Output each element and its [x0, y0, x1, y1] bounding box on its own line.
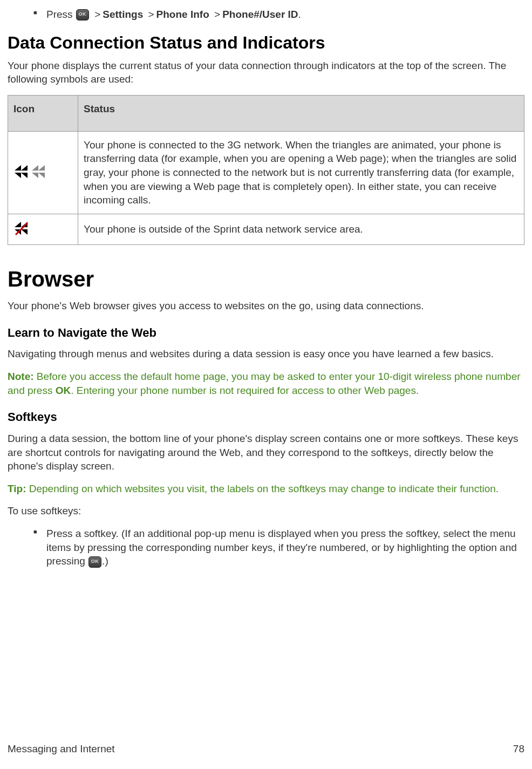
- table-row: Your phone is connected to the 3G networ…: [8, 131, 524, 214]
- table-row: Your phone is outside of the Sprint data…: [8, 214, 524, 244]
- signal-no-service-icon: [13, 221, 31, 238]
- status-table: Icon Status Your phone is connected to t…: [8, 95, 524, 245]
- para-learn-navigate: Navigating through menus and websites du…: [8, 347, 524, 361]
- status-cell-no-service: Your phone is outside of the Sprint data…: [78, 214, 524, 244]
- note-text-after: . Entering your phone number is not requ…: [71, 385, 419, 396]
- icon-cell-3g: [8, 131, 78, 214]
- note-ok: OK: [56, 385, 71, 396]
- footer-section: Messaging and Internet: [8, 742, 115, 756]
- tip-label: Tip:: [8, 483, 26, 494]
- heading-browser: Browser: [8, 264, 524, 294]
- para-browser: Your phone's Web browser gives you acces…: [8, 299, 524, 313]
- greater-icon: >: [94, 9, 100, 20]
- use-softkeys-lead: To use softkeys:: [8, 504, 524, 518]
- signal-3g-icon: [13, 164, 48, 181]
- bullet-text-before: Press a softkey. (If an additional pop-u…: [46, 528, 517, 567]
- tip-block: Tip: Depending on which websites you vis…: [8, 482, 524, 496]
- page-footer: Messaging and Internet 78: [8, 742, 524, 756]
- ok-icon: [76, 9, 89, 21]
- greater-icon: >: [148, 9, 154, 20]
- intro-bullet: Press >Settings >Phone Info >Phone#/User…: [33, 8, 524, 22]
- nav-period: .: [298, 9, 301, 20]
- note-label: Note:: [8, 371, 34, 382]
- table-header-row: Icon Status: [8, 96, 524, 132]
- th-status: Status: [78, 96, 524, 132]
- softkeys-list: Press a softkey. (If an additional pop-u…: [8, 527, 524, 568]
- para-data-connection: Your phone displays the current status o…: [8, 59, 524, 86]
- heading-data-connection: Data Connection Status and Indicators: [8, 31, 524, 55]
- intro-list: Press >Settings >Phone Info >Phone#/User…: [8, 8, 524, 22]
- greater-icon: >: [214, 9, 220, 20]
- para-softkeys: During a data session, the bottom line o…: [8, 432, 524, 473]
- press-label: Press: [46, 9, 76, 20]
- note-block: Note: Before you access the default home…: [8, 370, 524, 397]
- icon-cell-no-service: [8, 214, 78, 244]
- status-cell-3g: Your phone is connected to the 3G networ…: [78, 131, 524, 214]
- bullet-text-after: .): [102, 555, 108, 567]
- nav-phone-user-id: Phone#/User ID: [222, 9, 298, 20]
- nav-settings: Settings: [103, 9, 143, 20]
- footer-page-number: 78: [513, 742, 524, 756]
- ok-icon: [88, 556, 101, 568]
- nav-phone-info: Phone Info: [156, 9, 209, 20]
- tip-text: Depending on which websites you visit, t…: [26, 483, 499, 494]
- heading-learn-navigate: Learn to Navigate the Web: [8, 325, 524, 341]
- heading-softkeys: Softkeys: [8, 409, 524, 425]
- softkeys-bullet: Press a softkey. (If an additional pop-u…: [33, 527, 524, 568]
- th-icon: Icon: [8, 96, 78, 132]
